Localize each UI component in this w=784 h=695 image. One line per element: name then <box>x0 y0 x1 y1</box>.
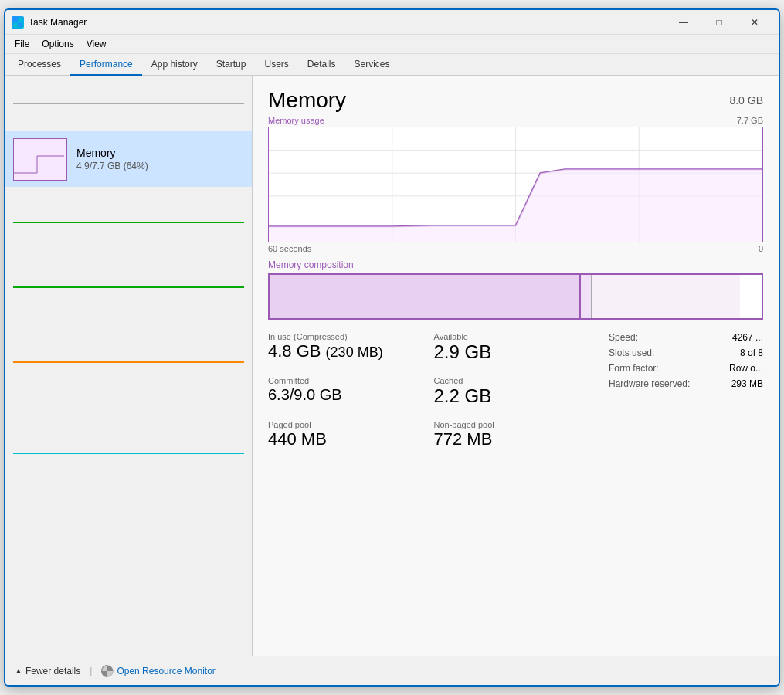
available-stat: Available 2.9 GB <box>434 332 594 364</box>
fewer-details-label: Fewer details <box>25 666 80 676</box>
chart-time-right: 0 <box>759 244 763 253</box>
memory-usage-section: Memory usage 7.7 GB <box>268 116 763 253</box>
form-label: Form factor: <box>609 363 659 374</box>
wifi-thumbnail <box>13 361 244 363</box>
top-stats: In use (Compressed) 4.8 GB (230 MB) Avai… <box>268 332 593 364</box>
composition-bar <box>268 273 763 320</box>
speed-value: 4267 ... <box>732 332 763 343</box>
comp-modified <box>581 275 591 318</box>
sidebar-item-gpu0[interactable]: GPU 0 Intel(R) Iris(R) Xe Grap... 0% <box>5 408 252 499</box>
svg-rect-0 <box>13 18 17 22</box>
committed-label: Committed <box>268 376 428 385</box>
hw-reserved-value: 293 MB <box>731 378 763 389</box>
title-bar: Task Manager — □ ✕ <box>5 10 779 35</box>
svg-rect-24 <box>14 453 66 454</box>
gpu0-thumbnail <box>13 453 244 454</box>
form-factor-row: Form factor: Row o... <box>609 363 763 374</box>
paged-pool-value: 440 MB <box>268 429 428 449</box>
panel-total: 8.0 GB <box>729 94 763 107</box>
sidebar-item-disk1[interactable]: Disk 1 (D:) Removable 0% <box>5 258 252 317</box>
footer-divider: | <box>90 666 92 676</box>
sidebar-item-wifi[interactable]: Wi-Fi Wi-Fi S: 0 R: 0 Kbps <box>5 317 252 408</box>
chart-label: Memory usage <box>268 116 324 125</box>
in-use-label: In use (Compressed) <box>268 332 428 341</box>
minimize-button[interactable]: — <box>666 10 701 35</box>
svg-rect-20 <box>14 362 66 363</box>
cpu-thumbnail <box>13 103 244 104</box>
form-value: Row o... <box>729 363 763 374</box>
slots-row: Slots used: 8 of 8 <box>609 348 763 358</box>
tab-details[interactable]: Details <box>298 54 345 76</box>
available-value: 2.9 GB <box>434 341 594 364</box>
memory-chart-svg <box>269 127 762 242</box>
speed-label: Speed: <box>609 332 638 343</box>
tab-performance[interactable]: Performance <box>70 54 142 76</box>
right-stats: Speed: 4267 ... Slots used: 8 of 8 Form … <box>593 332 763 449</box>
chevron-down-icon: ▲ <box>15 666 22 675</box>
disk1-thumbnail <box>13 286 244 288</box>
memory-thumbnail <box>13 138 67 181</box>
panel-title: Memory <box>268 88 346 113</box>
footer: ▲ Fewer details | Open Resource Monitor <box>5 656 779 685</box>
left-stats: In use (Compressed) 4.8 GB (230 MB) Avai… <box>268 332 593 449</box>
speed-row: Speed: 4267 ... <box>609 332 763 343</box>
non-paged-stat: Non-paged pool 772 MB <box>434 420 594 449</box>
sidebar-item-memory[interactable]: Memory 4.9/7.7 GB (64%) <box>5 131 252 187</box>
memory-info: Memory 4.9/7.7 GB (64%) <box>76 147 244 171</box>
committed-stat: Committed 6.3/9.0 GB <box>268 376 428 408</box>
maximize-button[interactable]: □ <box>701 10 737 35</box>
cached-value: 2.2 GB <box>434 385 594 408</box>
hw-reserved-label: Hardware reserved: <box>609 378 690 389</box>
close-button[interactable]: ✕ <box>737 10 772 35</box>
sidebar-item-disk0[interactable]: Disk 0 (C:) SSD 0% <box>5 187 252 258</box>
svg-rect-1 <box>19 18 22 22</box>
slots-label: Slots used: <box>609 348 654 358</box>
comp-in-use <box>270 275 579 318</box>
memory-sub: 4.9/7.7 GB (64%) <box>76 161 244 171</box>
chart-time-row: 60 seconds 0 <box>268 244 763 253</box>
cached-label: Cached <box>434 376 594 385</box>
paged-pool-stat: Paged pool 440 MB <box>268 420 428 449</box>
app-icon <box>12 16 24 29</box>
chart-time-left: 60 seconds <box>268 244 311 253</box>
paged-pool-label: Paged pool <box>268 420 428 429</box>
composition-section: Memory composition <box>268 259 763 320</box>
sidebar-item-cpu[interactable]: CPU 1% 1.68 GHz <box>5 76 252 131</box>
menu-file[interactable]: File <box>8 36 36 52</box>
open-resource-monitor-link[interactable]: Open Resource Monitor <box>101 665 215 677</box>
main-panel: Memory 8.0 GB Memory usage 7.7 GB <box>253 76 779 656</box>
svg-rect-2 <box>13 23 17 27</box>
committed-value: 6.3/9.0 GB <box>268 385 428 404</box>
svg-rect-3 <box>19 23 22 27</box>
tab-processes[interactable]: Processes <box>8 54 70 76</box>
tab-startup[interactable]: Startup <box>207 54 256 76</box>
menu-bar: File Options View <box>5 35 779 54</box>
memory-name: Memory <box>76 147 244 159</box>
menu-view[interactable]: View <box>80 36 113 52</box>
slots-value: 8 of 8 <box>740 348 763 358</box>
composition-label: Memory composition <box>268 259 763 270</box>
svg-rect-16 <box>14 222 66 223</box>
disk0-thumbnail <box>13 222 244 223</box>
svg-rect-11 <box>14 139 67 181</box>
title-buttons: — □ ✕ <box>666 10 772 35</box>
cached-stat: Cached 2.2 GB <box>434 376 594 408</box>
task-manager-window: Task Manager — □ ✕ File Options View Pro… <box>4 8 780 687</box>
in-use-stat: In use (Compressed) 4.8 GB (230 MB) <box>268 332 428 364</box>
content-area: CPU 1% 1.68 GHz Memor <box>5 76 779 656</box>
fewer-details-button[interactable]: ▲ Fewer details <box>15 666 80 676</box>
memory-chart <box>268 127 763 242</box>
sidebar: CPU 1% 1.68 GHz Memor <box>5 76 253 656</box>
hw-reserved-row: Hardware reserved: 293 MB <box>609 378 763 389</box>
mid-stats: Committed 6.3/9.0 GB Cached 2.2 GB <box>268 376 593 408</box>
bottom-stats: Paged pool 440 MB Non-paged pool 772 MB <box>268 420 593 449</box>
comp-standby <box>592 275 740 318</box>
svg-rect-4 <box>14 103 68 104</box>
tab-users[interactable]: Users <box>255 54 297 76</box>
comp-free <box>740 275 762 318</box>
tab-app-history[interactable]: App history <box>142 54 207 76</box>
chart-label-row: Memory usage 7.7 GB <box>268 116 763 125</box>
menu-options[interactable]: Options <box>36 36 80 52</box>
tab-services[interactable]: Services <box>345 54 399 76</box>
panel-header: Memory 8.0 GB <box>268 88 763 113</box>
